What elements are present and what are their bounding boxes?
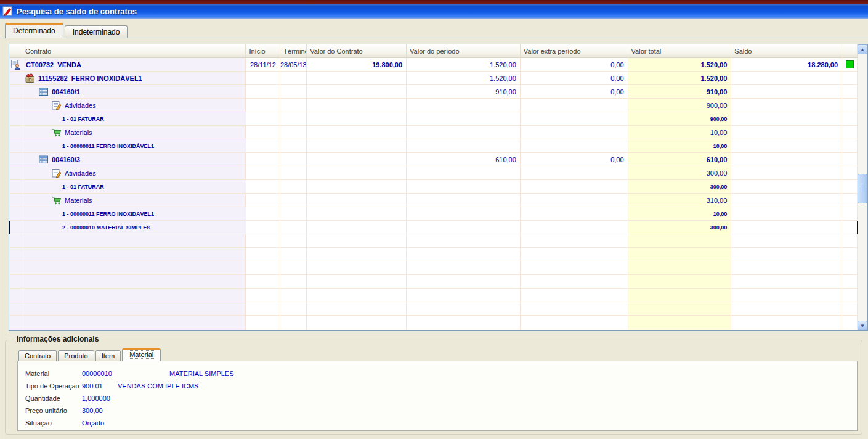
materials-icon	[52, 128, 62, 137]
cell-inicio	[246, 316, 280, 329]
row-gutter	[9, 234, 22, 248]
row-label: Atividades	[65, 170, 96, 177]
cell-valor-total: 300,00	[628, 166, 732, 180]
cell-termino: 28/05/13	[280, 58, 307, 72]
header-col-4[interactable]: Valor do período	[407, 44, 521, 58]
tree-row[interactable]: Atividades900,00	[9, 99, 858, 112]
cell-inicio	[246, 194, 280, 207]
cell-indicator	[842, 234, 858, 248]
cell-saldo	[731, 99, 842, 112]
tree-row[interactable]: 1 - 00000011 FERRO INOXIDÁVEL110,00	[9, 139, 858, 153]
tree-row[interactable]: CT00732 VENDA28/11/1228/05/1319.800,001.…	[9, 58, 858, 72]
cell-termino	[280, 139, 307, 153]
tree-row[interactable]: 1 - 01 FATURAR900,00	[9, 112, 858, 126]
cell-valor-contrato	[307, 126, 407, 139]
row-label-cell: 11155282 FERRO INOXIDÁVEL1	[22, 72, 246, 85]
cell-termino	[280, 99, 307, 112]
empty-row	[9, 234, 858, 248]
cell-valor-contrato	[307, 112, 407, 126]
cell-valor-total: 1.520,00	[628, 72, 732, 85]
row-label-cell: Materiais	[22, 126, 246, 139]
header-col-5[interactable]: Valor extra período	[521, 44, 628, 58]
scroll-down-button[interactable]: ▼	[858, 321, 867, 330]
tree-row[interactable]: 004160/1910,000,00910,00	[9, 85, 858, 99]
cell-inicio	[246, 99, 280, 112]
vertical-scrollbar[interactable]: ▲ ▼	[858, 44, 867, 330]
header-gutter	[9, 44, 22, 58]
cell-termino	[280, 234, 307, 248]
cell-saldo	[731, 139, 842, 153]
row-gutter	[9, 221, 22, 234]
cell-inicio	[246, 329, 280, 330]
app-icon	[2, 6, 13, 17]
cell-indicator	[842, 329, 858, 330]
header-col-0[interactable]: Contrato	[22, 44, 246, 58]
tree-row[interactable]: 11155282 FERRO INOXIDÁVEL11.520,000,001.…	[9, 72, 858, 85]
info-tab-contrato[interactable]: Contrato	[18, 350, 57, 361]
row-label-cell	[22, 275, 246, 289]
item-icon	[39, 155, 49, 165]
empty-row	[9, 261, 858, 275]
cell-indicator	[842, 139, 858, 153]
cell-indicator	[842, 126, 858, 139]
cell-valor-total	[628, 261, 732, 275]
cell-saldo	[731, 85, 842, 99]
cell-valor-total: 10,00	[628, 126, 732, 139]
tab-determinado[interactable]: Determinado	[5, 23, 63, 38]
field-value: 1,000000	[82, 395, 110, 402]
row-label-cell: Atividades	[22, 99, 246, 112]
cell-valor-contrato	[307, 261, 407, 275]
row-gutter	[9, 316, 22, 329]
cell-indicator	[842, 180, 858, 194]
cell-valor-contrato	[307, 329, 407, 330]
row-label-cell: 1 - 00000011 FERRO INOXIDÁVEL1	[22, 207, 246, 221]
tree-row[interactable]: 1 - 01 FATURAR300,00	[9, 180, 858, 194]
cell-saldo	[731, 275, 842, 289]
cell-valor-extra	[521, 289, 628, 302]
info-groupbox-title: Informações adicionais	[14, 335, 102, 343]
row-gutter	[9, 261, 22, 275]
cell-indicator	[842, 221, 858, 234]
scroll-up-button[interactable]: ▲	[858, 44, 867, 54]
row-label-cell	[22, 248, 246, 261]
tree-row[interactable]: 004160/3610,000,00610,00	[9, 153, 858, 166]
tabs-underline	[0, 38, 868, 38]
cell-valor-contrato	[307, 207, 407, 221]
header-col-3[interactable]: Valor do Contrato	[307, 44, 407, 58]
cell-inicio	[246, 126, 280, 139]
tab-indeterminado[interactable]: Indeterminado	[65, 25, 128, 38]
tree-row[interactable]: Materiais310,00	[9, 194, 858, 207]
cell-inicio	[246, 248, 280, 261]
cell-saldo	[731, 166, 842, 180]
titlebar: Pesquisa de saldo de contratos	[0, 4, 868, 19]
tree-row[interactable]: Atividades300,00	[9, 166, 858, 180]
tree-row[interactable]: 2 - 00000010 MATERIAL SIMPLES300,00	[9, 221, 858, 234]
info-field-row: Material00000010MATERIAL SIMPLES	[25, 367, 857, 380]
row-label-cell	[22, 234, 246, 248]
main-tabs: DeterminadoIndeterminado	[5, 23, 129, 38]
tree-row[interactable]: 1 - 00000011 FERRO INOXIDÁVEL110,00	[9, 207, 858, 221]
header-col-7[interactable]: Saldo	[731, 44, 842, 58]
field-label: Material	[25, 370, 82, 377]
header-col-2[interactable]: Término	[280, 44, 307, 58]
field-value-2: VENDAS COM IPI E ICMS	[118, 382, 198, 390]
header-col-1[interactable]: Início	[246, 44, 280, 58]
cell-inicio	[246, 302, 280, 316]
field-value-2: MATERIAL SIMPLES	[169, 370, 234, 377]
cell-valor-contrato	[307, 248, 407, 261]
cell-valor-total: 300,00	[628, 221, 732, 234]
info-tab-produto[interactable]: Produto	[58, 350, 94, 361]
contracts-tree-grid: ContratoInícioTérminoValor do ContratoVa…	[9, 44, 868, 331]
cell-valor-periodo	[407, 221, 521, 234]
info-tab-item[interactable]: Item	[95, 350, 121, 361]
info-tab-material[interactable]: Material	[122, 348, 161, 361]
activities-icon	[52, 101, 62, 110]
cell-valor-total: 310,00	[628, 194, 732, 207]
header-col-6[interactable]: Valor total	[628, 44, 732, 58]
cell-valor-periodo	[407, 166, 521, 180]
row-gutter	[9, 72, 22, 85]
scroll-thumb[interactable]	[858, 174, 867, 203]
tree-row[interactable]: Materiais10,00	[9, 126, 858, 139]
row-gutter	[9, 207, 22, 221]
cell-valor-extra	[521, 261, 628, 275]
